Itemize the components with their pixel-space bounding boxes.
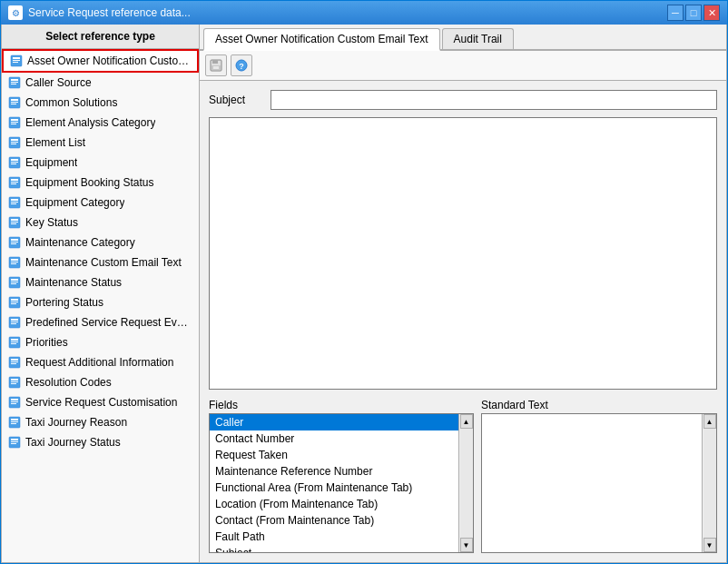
- body-textarea[interactable]: [209, 117, 717, 390]
- list-icon-maintenance-status: [7, 275, 22, 290]
- sidebar-item-caller-source[interactable]: Caller Source: [2, 73, 199, 93]
- standard-scroll-up-button[interactable]: ▲: [703, 414, 716, 429]
- svg-rect-33: [11, 219, 18, 221]
- tab-asset-owner[interactable]: Asset Owner Notification Custom Email Te…: [203, 28, 440, 51]
- list-item[interactable]: Subject: [210, 545, 458, 552]
- sidebar-item-maintenance-status[interactable]: Maintenance Status: [2, 272, 199, 292]
- standard-scrollbar[interactable]: ▲ ▼: [702, 414, 716, 552]
- save-button[interactable]: [205, 54, 227, 76]
- sidebar-item-taxi-journey-reason[interactable]: Taxi Journey Reason: [2, 412, 199, 432]
- sidebar-item-element-list[interactable]: Element List: [2, 133, 199, 153]
- sidebar-label-predefined-events: Predefined Service Request Events: [25, 316, 193, 329]
- svg-rect-6: [11, 82, 18, 83]
- help-button[interactable]: ?: [231, 54, 252, 76]
- sidebar-header: Select reference type: [2, 25, 199, 49]
- svg-rect-9: [11, 99, 18, 101]
- close-button[interactable]: ✕: [703, 5, 720, 21]
- list-item[interactable]: Maintenance Reference Number: [210, 463, 458, 480]
- list-icon-equipment-category: [7, 195, 22, 210]
- svg-rect-38: [11, 242, 18, 242]
- svg-rect-54: [11, 322, 18, 322]
- svg-rect-1: [13, 57, 20, 59]
- svg-rect-58: [11, 341, 18, 342]
- sidebar-item-equipment-category[interactable]: Equipment Category: [2, 193, 199, 213]
- svg-rect-67: [11, 383, 16, 384]
- scroll-down-button[interactable]: ▼: [460, 538, 473, 552]
- sidebar-item-service-request-custom[interactable]: Service Request Customisation: [2, 392, 199, 412]
- sidebar-label-maintenance-custom: Maintenance Custom Email Text: [25, 256, 182, 269]
- svg-rect-31: [11, 203, 16, 204]
- sidebar-label-resolution-codes: Resolution Codes: [25, 376, 112, 389]
- sidebar-label-equipment: Equipment: [25, 156, 77, 169]
- tab-audit-trail[interactable]: Audit Trail: [442, 28, 514, 49]
- sidebar-item-resolution-codes[interactable]: Resolution Codes: [2, 372, 199, 392]
- sidebar-item-taxi-journey-status[interactable]: Taxi Journey Status: [2, 432, 199, 452]
- sidebar-label-taxi-journey-reason: Taxi Journey Reason: [25, 416, 127, 429]
- svg-rect-15: [11, 124, 16, 124]
- sidebar-item-element-analysis[interactable]: Element Analysis Category: [2, 113, 199, 133]
- svg-rect-75: [11, 423, 16, 424]
- sidebar-item-request-additional[interactable]: Request Additional Information: [2, 352, 199, 372]
- svg-rect-13: [11, 119, 18, 121]
- list-icon-maintenance-category: [7, 235, 22, 250]
- fields-list[interactable]: Caller Contact Number Request Taken Main…: [210, 414, 458, 552]
- list-item[interactable]: Location (From Maintenance Tab): [210, 496, 458, 512]
- list-item[interactable]: Request Taken: [210, 447, 458, 463]
- right-panel: Asset Owner Notification Custom Email Te…: [200, 25, 726, 562]
- sidebar-label-maintenance-category: Maintenance Category: [25, 236, 135, 249]
- list-icon-element-list: [7, 135, 22, 150]
- app-icon: ⚙: [8, 5, 23, 20]
- sidebar-item-maintenance-category[interactable]: Maintenance Category: [2, 233, 199, 252]
- svg-rect-62: [11, 361, 18, 362]
- svg-rect-79: [11, 443, 16, 444]
- svg-rect-5: [11, 79, 18, 81]
- sidebar-item-equipment[interactable]: Equipment: [2, 153, 199, 173]
- svg-rect-66: [11, 381, 18, 382]
- sidebar-item-key-status[interactable]: Key Status: [2, 213, 199, 233]
- list-item[interactable]: Caller: [210, 414, 458, 430]
- list-icon-priorities: [7, 335, 22, 350]
- sidebar-item-equipment-booking[interactable]: Equipment Booking Status: [2, 173, 199, 193]
- standard-text-area: ▲ ▼: [481, 413, 717, 553]
- svg-rect-10: [11, 102, 18, 103]
- list-icon-resolution-codes: [7, 375, 22, 390]
- fields-scrollbar[interactable]: ▲ ▼: [458, 414, 473, 552]
- svg-rect-7: [11, 84, 16, 84]
- scroll-up-button[interactable]: ▲: [460, 414, 473, 429]
- svg-rect-17: [11, 139, 18, 141]
- list-icon-service-request-custom: [7, 395, 22, 410]
- subject-input[interactable]: [271, 90, 717, 110]
- sidebar-item-asset-owner[interactable]: Asset Owner Notification Custom...: [2, 49, 199, 73]
- list-item[interactable]: Fault Path: [210, 529, 458, 545]
- maximize-button[interactable]: □: [685, 5, 702, 21]
- minimize-button[interactable]: ─: [667, 5, 684, 21]
- svg-rect-41: [11, 259, 18, 261]
- sidebar-item-predefined-events[interactable]: Predefined Service Request Events: [2, 312, 199, 332]
- standard-text-content[interactable]: [482, 414, 702, 552]
- svg-rect-22: [11, 162, 18, 163]
- sidebar: Select reference type Asset Owner Notifi…: [2, 25, 200, 562]
- list-item[interactable]: Contact Number: [210, 430, 458, 447]
- svg-rect-70: [11, 401, 18, 402]
- sidebar-item-portering-status[interactable]: Portering Status: [2, 292, 199, 312]
- svg-rect-35: [11, 223, 16, 224]
- svg-rect-53: [11, 319, 18, 321]
- svg-rect-26: [11, 182, 18, 183]
- sidebar-label-equipment-booking: Equipment Booking Status: [25, 176, 153, 189]
- sidebar-item-maintenance-custom[interactable]: Maintenance Custom Email Text: [2, 252, 199, 272]
- list-item[interactable]: Functional Area (From Maintenance Tab): [210, 480, 458, 496]
- svg-rect-63: [11, 363, 16, 364]
- svg-rect-34: [11, 222, 18, 223]
- list-item[interactable]: Contact (From Maintenance Tab): [210, 512, 458, 529]
- sidebar-item-priorities[interactable]: Priorities: [2, 332, 199, 352]
- svg-rect-27: [11, 183, 16, 184]
- sidebar-item-common-solutions[interactable]: Common Solutions: [2, 93, 199, 113]
- list-icon-element-analysis: [7, 115, 22, 130]
- svg-rect-59: [11, 343, 16, 344]
- sidebar-label-element-analysis: Element Analysis Category: [25, 116, 155, 129]
- sidebar-label-taxi-journey-status: Taxi Journey Status: [25, 436, 121, 449]
- list-icon-portering-status: [7, 295, 22, 310]
- standard-scroll-down-button[interactable]: ▼: [703, 538, 716, 552]
- standard-scroll-track: [703, 429, 716, 538]
- svg-rect-55: [11, 323, 16, 324]
